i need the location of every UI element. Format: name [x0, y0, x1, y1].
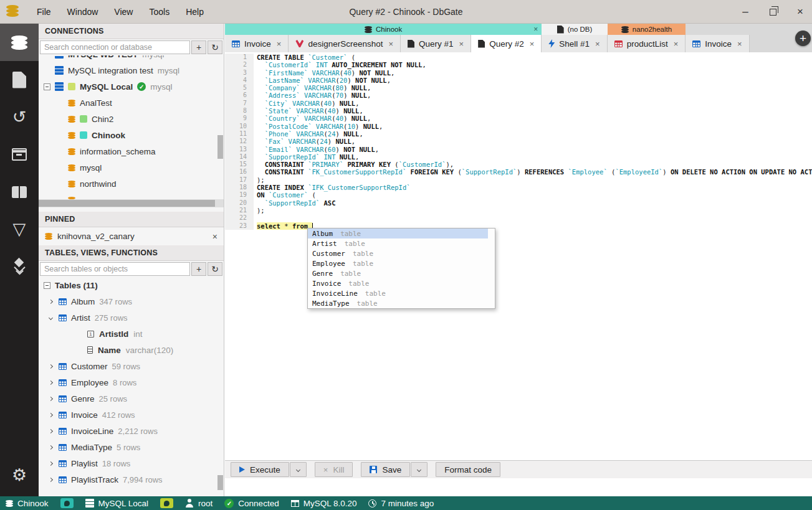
code-line[interactable]: 6 `Address` VARCHAR(70) NULL,: [225, 92, 812, 99]
connection-item[interactable]: northwind: [39, 176, 224, 192]
autocomplete-item[interactable]: InvoiceLinetable: [308, 288, 488, 298]
table-row[interactable]: Employee8 rows: [39, 374, 224, 390]
expander-slot[interactable]: [47, 446, 54, 449]
rail-item-settings[interactable]: ⚙: [0, 456, 39, 494]
chevron-right-icon[interactable]: [48, 396, 52, 400]
refresh-connections-button[interactable]: ↻: [208, 40, 222, 54]
close-tab-icon[interactable]: ×: [388, 39, 393, 49]
pinned-item[interactable]: knihovna_v2_canary ×: [39, 227, 224, 245]
expander-slot[interactable]: [47, 316, 54, 319]
connection-item[interactable]: MySQL integration testmysql: [39, 62, 224, 78]
tab-group-header[interactable]: nano2health: [608, 24, 686, 35]
code-line[interactable]: 4 `LastName` VARCHAR(20) NOT NULL,: [225, 77, 812, 84]
code-line[interactable]: 7 `City` VARCHAR(40) NULL,: [225, 100, 812, 107]
connection-item[interactable]: MySQL Local✓mysql: [39, 78, 224, 95]
connections-search-input[interactable]: [40, 40, 190, 54]
expander-slot[interactable]: [47, 381, 54, 384]
autocomplete-item[interactable]: Albumtable: [308, 229, 488, 238]
color-badge[interactable]: [160, 498, 173, 508]
close-tab-icon[interactable]: ×: [674, 39, 679, 49]
rail-item-history[interactable]: ↺: [0, 98, 39, 136]
status-7-minutes-ago[interactable]: 7 minutes ago: [368, 499, 434, 508]
save-dropdown-button[interactable]: [411, 462, 427, 477]
close-tab-icon[interactable]: ×: [459, 39, 464, 49]
execute-dropdown-button[interactable]: [290, 462, 307, 477]
menu-item-window[interactable]: Window: [59, 0, 107, 24]
code-line[interactable]: 21);: [225, 207, 812, 214]
code-line[interactable]: 17);: [225, 176, 812, 184]
rail-item-file[interactable]: [0, 61, 39, 98]
status-mysql-local[interactable]: MySQL Local: [85, 499, 149, 508]
save-button[interactable]: Save: [361, 462, 410, 477]
new-tab-button[interactable]: +: [795, 31, 811, 46]
connection-item[interactable]: mysql: [39, 159, 224, 176]
table-row[interactable]: Artist275 rows: [39, 309, 224, 326]
code-line[interactable]: 1CREATE TABLE `Customer` (: [225, 54, 812, 61]
chevron-right-icon[interactable]: [48, 445, 52, 449]
tab-shell-1[interactable]: Shell #1×: [542, 35, 607, 52]
close-tab-icon[interactable]: ×: [595, 39, 600, 49]
status-root[interactable]: root: [185, 499, 213, 508]
expander-slot[interactable]: [47, 478, 54, 481]
code-line[interactable]: 9 `Country` VARCHAR(40) NULL,: [225, 115, 812, 122]
collapse-icon[interactable]: [44, 83, 50, 90]
code-line[interactable]: 5 `Company` VARCHAR(80) NULL,: [225, 84, 812, 92]
format-code-button[interactable]: Format code: [436, 462, 500, 477]
tab-group-header[interactable]: Chinook×: [225, 24, 542, 35]
table-row[interactable]: MediaType5 rows: [39, 439, 224, 455]
status-connected[interactable]: ✓Connected: [224, 499, 279, 508]
autocomplete-item[interactable]: Customertable: [308, 248, 488, 258]
code-line[interactable]: 11 `Phone` VARCHAR(24) NULL,: [225, 130, 812, 138]
code-line[interactable]: 15 CONSTRAINT `PRIMARY` PRIMARY KEY (`Cu…: [225, 161, 812, 168]
status-mysql-8-0-20[interactable]: MySQL 8.0.20: [291, 499, 357, 508]
restore-button[interactable]: [767, 6, 778, 17]
autocomplete-item[interactable]: Invoicetable: [308, 278, 488, 288]
table-row[interactable]: Invoice412 rows: [39, 407, 224, 423]
connection-item[interactable]: MYSQL WD TESTmysql: [39, 55, 224, 62]
status-chinook[interactable]: Chinook: [6, 499, 49, 508]
column-row[interactable]: 1ArtistIdint: [39, 326, 224, 342]
color-badge[interactable]: [60, 498, 74, 508]
tab-productlist[interactable]: productList×: [608, 35, 686, 52]
code-line[interactable]: 10 `PostalCode` VARCHAR(10) NULL,: [225, 123, 812, 130]
tab-designerscreenshot[interactable]: designerScreenshot×: [289, 35, 401, 52]
chevron-right-icon[interactable]: [48, 412, 52, 417]
close-button[interactable]: ×: [795, 6, 806, 17]
code-line[interactable]: 16 CONSTRAINT `FK_CustomerSupportRepId` …: [225, 168, 812, 176]
autocomplete-item[interactable]: MediaTypetable: [308, 298, 488, 308]
unpin-close-icon[interactable]: ×: [213, 232, 217, 241]
rail-item-layers[interactable]: [0, 248, 39, 285]
connection-item[interactable]: Chinook: [39, 127, 224, 143]
chevron-right-icon[interactable]: [48, 428, 52, 433]
rail-item-archive[interactable]: [0, 136, 39, 173]
connections-horizontal-scrollbar[interactable]: [39, 199, 224, 207]
code-line[interactable]: 14 `SupportRepId` INT NULL,: [225, 153, 812, 161]
table-row[interactable]: Customer59 rows: [39, 358, 224, 374]
close-group-icon[interactable]: ×: [533, 25, 538, 34]
tab-group-header[interactable]: (no DB): [542, 24, 607, 35]
execute-button[interactable]: Execute: [231, 462, 289, 477]
column-row[interactable]: Namevarchar(120): [39, 342, 224, 358]
code-line[interactable]: 18CREATE INDEX `IFK_CustomerSupportRepId…: [225, 184, 812, 191]
expander-slot[interactable]: [43, 282, 50, 289]
expander-slot[interactable]: [47, 300, 54, 303]
autocomplete-item[interactable]: Employeetable: [308, 258, 488, 268]
tab-query-1[interactable]: Query #1×: [401, 35, 471, 52]
tab-invoice[interactable]: Invoice×: [225, 35, 289, 52]
table-row[interactable]: PlaylistTrack7,994 rows: [39, 471, 224, 488]
code-line[interactable]: 2 `CustomerId` INT AUTO_INCREMENT NOT NU…: [225, 61, 812, 68]
expander-slot[interactable]: [47, 397, 54, 400]
close-tab-icon[interactable]: ×: [277, 39, 282, 49]
table-row[interactable]: InvoiceLine2,212 rows: [39, 423, 224, 439]
collapse-icon[interactable]: [44, 282, 50, 289]
code-line[interactable]: 8 `State` VARCHAR(40) NULL,: [225, 107, 812, 115]
expander-slot[interactable]: [47, 365, 54, 368]
menu-item-view[interactable]: View: [106, 0, 141, 24]
menu-item-file[interactable]: File: [29, 0, 59, 24]
close-tab-icon[interactable]: ×: [530, 39, 535, 49]
connections-vertical-scrollbar[interactable]: [217, 135, 223, 159]
rail-item-book[interactable]: [0, 173, 39, 210]
rail-item-database[interactable]: [0, 24, 39, 61]
code-line[interactable]: 13 `Email` VARCHAR(60) NOT NULL,: [225, 146, 812, 153]
table-row[interactable]: Genre25 rows: [39, 390, 224, 407]
